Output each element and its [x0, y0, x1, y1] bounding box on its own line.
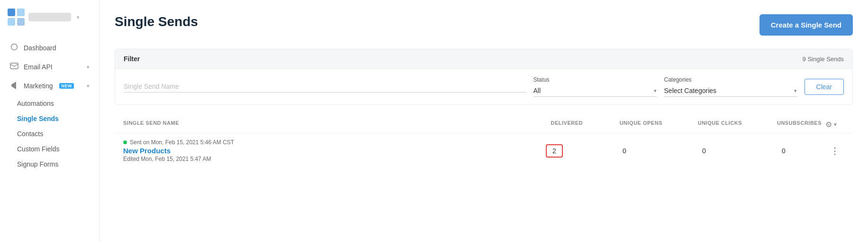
unique-opens-value: 0 [623, 147, 626, 155]
unsubscribes-cell: 0 [746, 147, 822, 155]
filter-name-field [124, 81, 526, 93]
send-status-text: Sent on Mon, Feb 15, 2021 5:46 AM CST [130, 139, 234, 146]
marketing-sub-nav: Automations Single Sends Contacts Custom… [0, 96, 99, 172]
page-title: Single Sends [115, 14, 198, 29]
filter-header: Filter 9 Single Sends [115, 49, 852, 69]
gear-chevron-icon: ▾ [834, 121, 837, 128]
email-api-arrow-icon: ▾ [87, 64, 90, 70]
svg-rect-3 [17, 18, 25, 26]
sidebar-item-automations[interactable]: Automations [0, 96, 99, 111]
filter-count: 9 Single Sends [803, 56, 844, 63]
col-header-name: Single Send Name [123, 120, 522, 129]
marketing-icon [9, 81, 19, 91]
email-api-icon [9, 63, 19, 71]
custom-fields-label: Custom Fields [17, 145, 59, 153]
dashboard-icon [9, 43, 19, 53]
status-sent-dot [123, 140, 127, 144]
clear-filter-button[interactable]: Clear [805, 79, 844, 95]
sidebar-item-signup-forms[interactable]: Signup Forms [0, 157, 99, 172]
sidebar-item-email-api[interactable]: Email API ▾ [0, 58, 99, 76]
gear-icon: ⚙ [825, 120, 832, 129]
marketing-label: Marketing [24, 82, 53, 90]
table-row: Sent on Mon, Feb 15, 2021 5:46 AM CST Ne… [115, 133, 853, 168]
categories-filter-label: Categories [664, 76, 797, 83]
filter-section: Filter 9 Single Sends Status All ▾ Categ… [115, 49, 853, 105]
dashboard-label: Dashboard [24, 44, 56, 52]
send-edited-text: Edited Mon, Feb 15, 2021 5:47 AM [123, 156, 522, 162]
sidebar-item-custom-fields[interactable]: Custom Fields [0, 141, 99, 157]
filter-title: Filter [124, 55, 140, 63]
marketing-arrow-icon: ▾ [87, 83, 90, 89]
filter-body: Status All ▾ Categories Select Categorie… [115, 69, 852, 104]
col-header-unique-clicks: Unique Clicks [666, 120, 742, 129]
status-select[interactable]: All [533, 87, 657, 94]
sidebar-nav: Dashboard Email API ▾ Marketing NEW ▾ [0, 34, 99, 176]
unsubscribes-value: 0 [782, 147, 786, 155]
sidebar-item-contacts[interactable]: Contacts [0, 126, 99, 141]
col-header-delivered: Delivered [526, 120, 583, 129]
workspace-chevron-icon: ▾ [77, 15, 79, 20]
marketing-new-badge: NEW [59, 83, 74, 89]
main-content: Single Sends Create a Single Send Filter… [99, 0, 868, 242]
svg-rect-1 [17, 9, 25, 16]
table-header: Single Send Name Delivered Unique Opens … [115, 116, 853, 133]
unique-opens-cell: 0 [587, 147, 662, 155]
automations-label: Automations [17, 100, 54, 107]
page-header: Single Sends Create a Single Send [115, 14, 853, 36]
filter-categories-field: Categories Select Categories ▾ [664, 76, 797, 97]
col-header-unsubscribes: Unsubscribes [746, 120, 822, 129]
workspace-name [28, 13, 71, 21]
brand-logo [8, 9, 25, 26]
delivered-value: 2 [546, 144, 563, 158]
status-select-wrapper: All ▾ [533, 85, 657, 97]
signup-forms-label: Signup Forms [17, 160, 58, 168]
send-status-line: Sent on Mon, Feb 15, 2021 5:46 AM CST [123, 139, 522, 146]
filter-status-field: Status All ▾ [533, 76, 657, 97]
delivered-cell: 2 [526, 144, 583, 158]
single-sends-label: Single Sends [17, 115, 59, 122]
row-actions: ⋮ [825, 144, 844, 158]
col-header-unique-opens: Unique Opens [587, 120, 662, 129]
categories-select[interactable]: Select Categories [664, 87, 797, 94]
create-single-send-button[interactable]: Create a Single Send [760, 14, 853, 36]
send-info: Sent on Mon, Feb 15, 2021 5:46 AM CST Ne… [123, 139, 522, 162]
sidebar-item-marketing[interactable]: Marketing NEW ▾ [0, 76, 99, 96]
email-api-label: Email API [24, 63, 53, 71]
status-filter-label: Status [533, 76, 657, 83]
unique-clicks-cell: 0 [666, 147, 742, 155]
svg-rect-0 [8, 9, 15, 16]
single-send-name-input[interactable] [124, 81, 526, 93]
sidebar-item-dashboard[interactable]: Dashboard [0, 38, 99, 58]
svg-rect-4 [10, 63, 18, 69]
row-more-options-button[interactable]: ⋮ [829, 144, 841, 158]
sidebar-logo[interactable]: ▾ [0, 0, 99, 34]
table-settings-button[interactable]: ⚙ ▾ [825, 120, 844, 129]
categories-select-wrapper: Select Categories ▾ [664, 85, 797, 97]
contacts-label: Contacts [17, 130, 43, 138]
send-name-link[interactable]: New Products [123, 147, 522, 155]
sidebar: ▾ Dashboard Email API ▾ Marketing [0, 0, 99, 242]
unique-clicks-value: 0 [702, 147, 706, 155]
svg-rect-2 [8, 18, 15, 26]
sidebar-item-single-sends[interactable]: Single Sends [0, 111, 99, 126]
